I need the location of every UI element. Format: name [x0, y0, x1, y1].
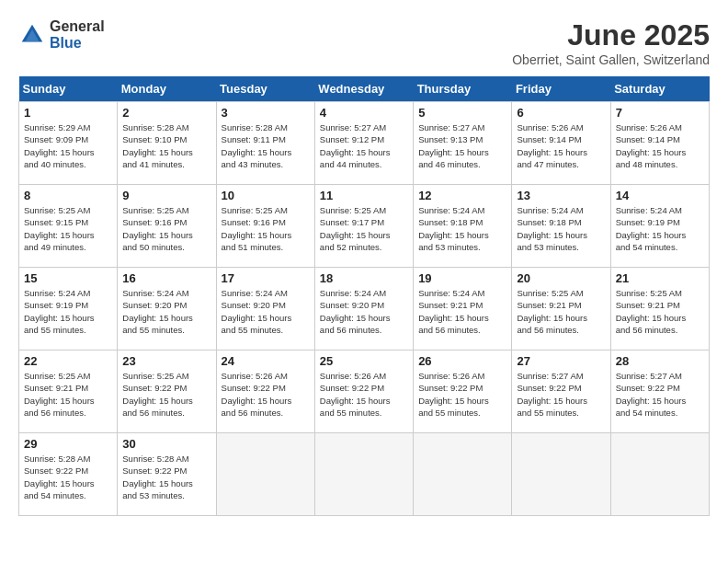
day-info: Sunrise: 5:26 AM Sunset: 9:22 PM Dayligh…	[222, 370, 310, 419]
calendar-cell: 27Sunrise: 5:27 AM Sunset: 9:22 PM Dayli…	[512, 350, 610, 433]
calendar-week-3: 15Sunrise: 5:24 AM Sunset: 9:19 PM Dayli…	[19, 268, 710, 350]
day-info: Sunrise: 5:25 AM Sunset: 9:17 PM Dayligh…	[320, 204, 408, 253]
day-info: Sunrise: 5:26 AM Sunset: 9:14 PM Dayligh…	[616, 121, 704, 170]
day-number: 8	[24, 189, 112, 202]
logo: General Blue	[18, 18, 105, 51]
day-number: 26	[418, 354, 506, 368]
calendar-subtitle: Oberriet, Saint Gallen, Switzerland	[512, 52, 710, 67]
calendar-cell	[610, 433, 709, 516]
day-info: Sunrise: 5:25 AM Sunset: 9:16 PM Dayligh…	[222, 204, 310, 253]
day-info: Sunrise: 5:26 AM Sunset: 9:22 PM Dayligh…	[320, 370, 408, 419]
day-number: 29	[24, 437, 112, 451]
calendar-cell: 9Sunrise: 5:25 AM Sunset: 9:16 PM Daylig…	[118, 185, 216, 268]
calendar-cell: 7Sunrise: 5:26 AM Sunset: 9:14 PM Daylig…	[610, 102, 709, 185]
calendar-cell	[314, 433, 413, 516]
calendar-cell: 19Sunrise: 5:24 AM Sunset: 9:21 PM Dayli…	[414, 268, 512, 350]
day-number: 4	[320, 106, 408, 120]
day-info: Sunrise: 5:25 AM Sunset: 9:15 PM Dayligh…	[24, 204, 112, 253]
day-info: Sunrise: 5:27 AM Sunset: 9:22 PM Dayligh…	[517, 370, 605, 419]
day-info: Sunrise: 5:27 AM Sunset: 9:13 PM Dayligh…	[418, 121, 506, 170]
calendar-cell: 2Sunrise: 5:28 AM Sunset: 9:10 PM Daylig…	[118, 102, 216, 185]
day-info: Sunrise: 5:28 AM Sunset: 9:22 PM Dayligh…	[24, 453, 112, 501]
calendar-body: 1Sunrise: 5:29 AM Sunset: 9:09 PM Daylig…	[19, 102, 710, 516]
title-area: June 2025 Oberriet, Saint Gallen, Switze…	[512, 18, 710, 67]
calendar-cell: 28Sunrise: 5:27 AM Sunset: 9:22 PM Dayli…	[610, 350, 709, 433]
day-info: Sunrise: 5:24 AM Sunset: 9:18 PM Dayligh…	[517, 204, 605, 253]
day-header-thursday: Thursday	[414, 76, 512, 102]
day-info: Sunrise: 5:24 AM Sunset: 9:20 PM Dayligh…	[222, 287, 310, 336]
day-header-sunday: Sunday	[19, 76, 118, 102]
calendar-cell: 15Sunrise: 5:24 AM Sunset: 9:19 PM Dayli…	[19, 268, 118, 350]
day-number: 28	[616, 354, 704, 368]
calendar-cell: 25Sunrise: 5:26 AM Sunset: 9:22 PM Dayli…	[314, 350, 413, 433]
day-number: 12	[418, 189, 506, 202]
calendar-header-row: SundayMondayTuesdayWednesdayThursdayFrid…	[19, 76, 710, 102]
day-info: Sunrise: 5:27 AM Sunset: 9:12 PM Dayligh…	[320, 121, 408, 170]
logo-blue: Blue	[50, 35, 105, 52]
logo-text: General Blue	[50, 18, 105, 51]
day-number: 17	[222, 271, 310, 285]
day-number: 18	[320, 271, 408, 285]
day-header-wednesday: Wednesday	[314, 76, 413, 102]
calendar-cell	[216, 433, 314, 516]
day-number: 15	[24, 271, 112, 285]
day-header-tuesday: Tuesday	[216, 76, 314, 102]
calendar-cell: 22Sunrise: 5:25 AM Sunset: 9:21 PM Dayli…	[19, 350, 118, 433]
calendar-cell: 29Sunrise: 5:28 AM Sunset: 9:22 PM Dayli…	[19, 433, 118, 516]
calendar-cell: 11Sunrise: 5:25 AM Sunset: 9:17 PM Dayli…	[314, 185, 413, 268]
calendar-cell: 10Sunrise: 5:25 AM Sunset: 9:16 PM Dayli…	[216, 185, 314, 268]
day-number: 21	[616, 271, 704, 285]
calendar-cell	[414, 433, 512, 516]
page-header: General Blue June 2025 Oberriet, Saint G…	[18, 18, 710, 67]
day-info: Sunrise: 5:28 AM Sunset: 9:11 PM Dayligh…	[222, 121, 310, 170]
day-info: Sunrise: 5:28 AM Sunset: 9:22 PM Dayligh…	[122, 453, 210, 501]
day-number: 11	[320, 189, 408, 202]
logo-icon	[18, 21, 46, 49]
day-info: Sunrise: 5:25 AM Sunset: 9:21 PM Dayligh…	[517, 287, 605, 336]
calendar-cell	[512, 433, 610, 516]
day-number: 1	[24, 106, 112, 120]
calendar-cell: 12Sunrise: 5:24 AM Sunset: 9:18 PM Dayli…	[414, 185, 512, 268]
day-header-monday: Monday	[118, 76, 216, 102]
day-number: 19	[418, 271, 506, 285]
calendar-cell: 30Sunrise: 5:28 AM Sunset: 9:22 PM Dayli…	[118, 433, 216, 516]
day-info: Sunrise: 5:29 AM Sunset: 9:09 PM Dayligh…	[24, 121, 112, 170]
day-info: Sunrise: 5:24 AM Sunset: 9:19 PM Dayligh…	[24, 287, 112, 336]
day-number: 10	[222, 189, 310, 202]
calendar-cell: 4Sunrise: 5:27 AM Sunset: 9:12 PM Daylig…	[314, 102, 413, 185]
calendar-week-5: 29Sunrise: 5:28 AM Sunset: 9:22 PM Dayli…	[19, 433, 710, 516]
day-info: Sunrise: 5:24 AM Sunset: 9:18 PM Dayligh…	[418, 204, 506, 253]
calendar-cell: 8Sunrise: 5:25 AM Sunset: 9:15 PM Daylig…	[19, 185, 118, 268]
calendar-cell: 18Sunrise: 5:24 AM Sunset: 9:20 PM Dayli…	[314, 268, 413, 350]
day-number: 27	[517, 354, 605, 368]
calendar-cell: 5Sunrise: 5:27 AM Sunset: 9:13 PM Daylig…	[414, 102, 512, 185]
calendar-cell: 21Sunrise: 5:25 AM Sunset: 9:21 PM Dayli…	[610, 268, 709, 350]
day-info: Sunrise: 5:24 AM Sunset: 9:20 PM Dayligh…	[320, 287, 408, 336]
day-info: Sunrise: 5:24 AM Sunset: 9:19 PM Dayligh…	[616, 204, 704, 253]
day-header-saturday: Saturday	[610, 76, 709, 102]
day-info: Sunrise: 5:25 AM Sunset: 9:22 PM Dayligh…	[122, 370, 210, 419]
calendar-cell: 23Sunrise: 5:25 AM Sunset: 9:22 PM Dayli…	[118, 350, 216, 433]
calendar-cell: 20Sunrise: 5:25 AM Sunset: 9:21 PM Dayli…	[512, 268, 610, 350]
day-info: Sunrise: 5:24 AM Sunset: 9:20 PM Dayligh…	[122, 287, 210, 336]
calendar-cell: 3Sunrise: 5:28 AM Sunset: 9:11 PM Daylig…	[216, 102, 314, 185]
calendar-title: June 2025	[512, 18, 710, 52]
day-number: 22	[24, 354, 112, 368]
day-number: 13	[517, 189, 605, 202]
day-number: 24	[222, 354, 310, 368]
logo-general: General	[50, 18, 105, 35]
calendar-cell: 17Sunrise: 5:24 AM Sunset: 9:20 PM Dayli…	[216, 268, 314, 350]
day-number: 14	[616, 189, 704, 202]
calendar-cell: 26Sunrise: 5:26 AM Sunset: 9:22 PM Dayli…	[414, 350, 512, 433]
day-header-friday: Friday	[512, 76, 610, 102]
day-number: 20	[517, 271, 605, 285]
calendar-cell: 14Sunrise: 5:24 AM Sunset: 9:19 PM Dayli…	[610, 185, 709, 268]
calendar-week-1: 1Sunrise: 5:29 AM Sunset: 9:09 PM Daylig…	[19, 102, 710, 185]
day-number: 23	[122, 354, 210, 368]
calendar-cell: 24Sunrise: 5:26 AM Sunset: 9:22 PM Dayli…	[216, 350, 314, 433]
day-number: 7	[616, 106, 704, 120]
day-number: 3	[222, 106, 310, 120]
day-number: 6	[517, 106, 605, 120]
day-info: Sunrise: 5:25 AM Sunset: 9:21 PM Dayligh…	[616, 287, 704, 336]
day-number: 2	[122, 106, 210, 120]
